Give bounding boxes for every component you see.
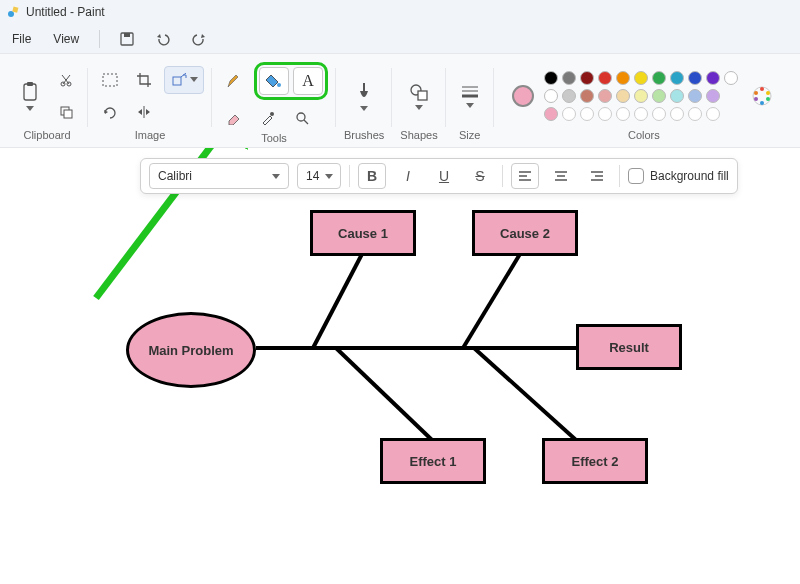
font-combo[interactable]: Calibri <box>149 163 289 189</box>
align-left-button[interactable] <box>511 163 539 189</box>
color-swatch[interactable] <box>616 89 630 103</box>
align-center-button[interactable] <box>547 163 575 189</box>
color-swatch[interactable] <box>580 89 594 103</box>
menu-view[interactable]: View <box>47 28 85 50</box>
color-swatch-empty[interactable] <box>634 107 648 121</box>
color-picker-tool[interactable] <box>254 104 282 132</box>
text-tool[interactable]: A <box>293 67 323 95</box>
svg-point-22 <box>754 97 758 101</box>
resize-button[interactable] <box>164 66 204 94</box>
node-label: Cause 2 <box>500 226 550 241</box>
font-size-combo[interactable]: 14 <box>297 163 341 189</box>
brushes-button[interactable] <box>348 76 380 116</box>
group-colors: Colors <box>494 58 794 147</box>
undo-button[interactable] <box>150 26 176 52</box>
node-effect1[interactable]: Effect 1 <box>380 438 486 484</box>
text-format-toolbar: Calibri 14 B I U S Background fill <box>140 158 738 194</box>
bg-fill-label: Background fill <box>650 169 729 183</box>
edit-colors-button[interactable] <box>748 82 776 110</box>
strikethrough-button[interactable]: S <box>466 163 494 189</box>
group-label: Image <box>135 129 166 143</box>
color-swatch[interactable] <box>688 89 702 103</box>
svg-rect-5 <box>27 82 33 86</box>
flip-button[interactable] <box>130 98 158 126</box>
svg-point-0 <box>8 11 14 17</box>
ribbon: Clipboard Image <box>0 54 800 148</box>
svg-rect-9 <box>64 110 72 118</box>
crop-button[interactable] <box>130 66 158 94</box>
group-label: Brushes <box>344 129 384 143</box>
node-cause1[interactable]: Cause 1 <box>310 210 416 256</box>
color-swatch-empty[interactable] <box>670 107 684 121</box>
italic-button[interactable]: I <box>394 163 422 189</box>
selected-color[interactable] <box>512 85 534 107</box>
group-tools: A Tools <box>212 58 336 147</box>
svg-point-18 <box>760 87 764 91</box>
color-swatch[interactable] <box>634 89 648 103</box>
color-swatch[interactable] <box>580 71 594 85</box>
svg-line-28 <box>474 348 576 440</box>
size-button[interactable] <box>454 76 486 116</box>
font-name: Calibri <box>158 169 192 183</box>
cut-button[interactable] <box>52 66 80 94</box>
group-label: Tools <box>261 132 287 146</box>
copy-button[interactable] <box>52 98 80 126</box>
underline-button[interactable]: U <box>430 163 458 189</box>
color-swatch-empty[interactable] <box>688 107 702 121</box>
fill-tool[interactable] <box>259 67 289 95</box>
chevron-down-icon <box>325 174 333 179</box>
color-swatch[interactable] <box>562 89 576 103</box>
magnifier-tool[interactable] <box>288 104 316 132</box>
svg-rect-11 <box>173 77 181 85</box>
menu-bar: File View <box>0 24 800 54</box>
redo-button[interactable] <box>186 26 212 52</box>
color-swatch[interactable] <box>706 71 720 85</box>
color-swatch[interactable] <box>544 71 558 85</box>
node-effect2[interactable]: Effect 2 <box>542 438 648 484</box>
color-swatch[interactable] <box>670 89 684 103</box>
color-swatch-empty[interactable] <box>616 107 630 121</box>
node-main-problem[interactable]: Main Problem <box>126 312 256 388</box>
bold-button[interactable]: B <box>358 163 386 189</box>
color-swatch-empty[interactable] <box>652 107 666 121</box>
window-title: Untitled - Paint <box>26 5 105 19</box>
color-swatch[interactable] <box>652 71 666 85</box>
chevron-down-icon <box>26 106 34 111</box>
pencil-tool[interactable] <box>220 67 248 95</box>
svg-point-19 <box>766 91 770 95</box>
node-label: Cause 1 <box>338 226 388 241</box>
color-swatch[interactable] <box>598 71 612 85</box>
color-swatch-empty[interactable] <box>562 107 576 121</box>
node-result[interactable]: Result <box>576 324 682 370</box>
shapes-button[interactable] <box>403 76 435 116</box>
color-swatch[interactable] <box>670 71 684 85</box>
svg-point-13 <box>270 112 274 116</box>
color-swatch-empty[interactable] <box>706 107 720 121</box>
color-swatch[interactable] <box>706 89 720 103</box>
group-label: Colors <box>628 129 660 143</box>
color-swatch[interactable] <box>688 71 702 85</box>
align-right-button[interactable] <box>583 163 611 189</box>
color-swatch[interactable] <box>598 89 612 103</box>
color-swatch-empty[interactable] <box>598 107 612 121</box>
color-swatch[interactable] <box>634 71 648 85</box>
color-swatch[interactable] <box>544 107 558 121</box>
color-swatch[interactable] <box>562 71 576 85</box>
paste-button[interactable] <box>14 76 46 116</box>
color-swatch-empty[interactable] <box>580 107 594 121</box>
node-cause2[interactable]: Cause 2 <box>472 210 578 256</box>
select-button[interactable] <box>96 66 124 94</box>
canvas[interactable]: Main Problem Cause 1 Cause 2 Result Effe… <box>0 148 800 584</box>
rotate-button[interactable] <box>96 98 124 126</box>
color-swatch[interactable] <box>652 89 666 103</box>
color-swatch[interactable] <box>616 71 630 85</box>
background-fill-toggle[interactable]: Background fill <box>628 168 729 184</box>
menu-file[interactable]: File <box>6 28 37 50</box>
color-swatch[interactable] <box>724 71 738 85</box>
save-button[interactable] <box>114 26 140 52</box>
svg-rect-1 <box>12 7 18 13</box>
svg-line-26 <box>463 254 520 348</box>
chevron-down-icon <box>272 174 280 179</box>
color-swatch[interactable] <box>544 89 558 103</box>
eraser-tool[interactable] <box>220 104 248 132</box>
